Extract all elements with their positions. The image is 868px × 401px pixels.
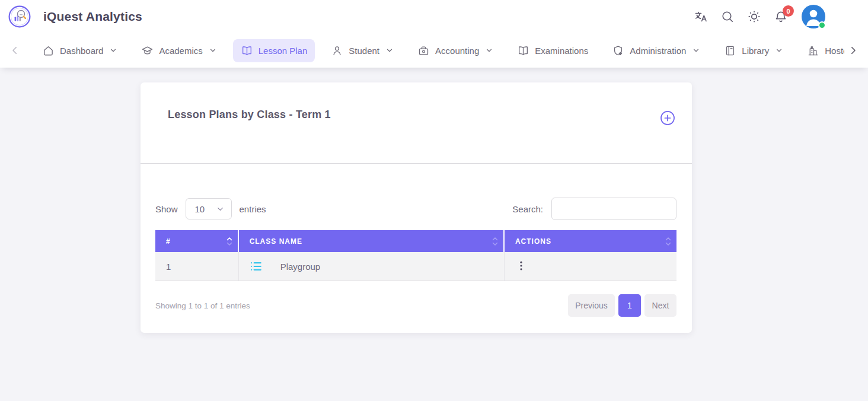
search-icon[interactable] bbox=[720, 9, 735, 24]
nav-item-label: Administration bbox=[630, 46, 686, 56]
nav-item-student[interactable]: Student bbox=[323, 39, 401, 62]
chevron-down-icon bbox=[109, 46, 117, 55]
search-label: Search: bbox=[512, 204, 543, 214]
row-actions-cell bbox=[505, 252, 676, 281]
page-size-value: 10 bbox=[195, 204, 205, 214]
brand: iQuest Analytics bbox=[8, 5, 142, 28]
user-icon bbox=[331, 44, 343, 57]
row-actions-menu-button[interactable] bbox=[515, 259, 527, 273]
content-area: Lesson Plans by Class - Term 1 Show 10 bbox=[0, 68, 868, 401]
card-header: Lesson Plans by Class - Term 1 bbox=[141, 82, 692, 164]
list-icon bbox=[250, 260, 263, 273]
table-info: Showing 1 to 1 of 1 entries bbox=[155, 301, 250, 310]
topbar: iQuest Analytics bbox=[0, 0, 868, 33]
open-book-icon bbox=[517, 44, 529, 57]
row-index-cell: 1 bbox=[155, 252, 239, 281]
pagination-next-button[interactable]: Next bbox=[644, 294, 676, 317]
building-icon bbox=[807, 44, 819, 57]
column-label: # bbox=[166, 237, 171, 246]
chevron-down-icon bbox=[216, 205, 225, 214]
notification-badge: 0 bbox=[783, 5, 794, 17]
table-header-row: # CLASS NAME bbox=[155, 230, 676, 252]
lesson-plans-card: Lesson Plans by Class - Term 1 Show 10 bbox=[141, 82, 692, 333]
chevron-down-icon bbox=[209, 46, 217, 55]
nav-item-examinations[interactable]: Examinations bbox=[509, 39, 596, 62]
nav-item-academics[interactable]: Academics bbox=[133, 39, 224, 62]
sort-icons bbox=[225, 235, 234, 247]
graduation-cap-icon bbox=[141, 44, 154, 57]
column-header-actions[interactable]: ACTIONS bbox=[505, 230, 676, 252]
page-size-select[interactable]: 10 bbox=[186, 198, 232, 219]
card-title: Lesson Plans by Class - Term 1 bbox=[168, 109, 331, 121]
column-label: CLASS NAME bbox=[250, 237, 302, 246]
nav-items: Dashboard Academics Lesson Plan St bbox=[34, 39, 844, 62]
sort-icons bbox=[664, 235, 672, 247]
column-header-index[interactable]: # bbox=[155, 230, 239, 252]
notebook-icon bbox=[724, 44, 736, 57]
nav-scroll-left-button[interactable] bbox=[9, 45, 20, 56]
search-control: Search: bbox=[512, 198, 676, 220]
nav-item-label: Library bbox=[742, 46, 769, 56]
nav-item-administration[interactable]: Administration bbox=[604, 39, 708, 62]
open-book-icon bbox=[241, 44, 253, 57]
home-icon bbox=[42, 44, 55, 57]
table-search-input[interactable] bbox=[551, 198, 676, 220]
nav-item-label: Student bbox=[349, 46, 379, 56]
table-controls: Show 10 entries Search: bbox=[155, 198, 676, 220]
class-name: Playgroup bbox=[280, 262, 321, 272]
cash-register-icon bbox=[417, 44, 430, 57]
bell-icon[interactable]: 0 bbox=[774, 9, 788, 24]
column-header-class-name[interactable]: CLASS NAME bbox=[239, 230, 505, 252]
chevron-down-icon bbox=[385, 46, 394, 55]
sort-icons bbox=[491, 235, 499, 247]
pagination: Previous 1 Next bbox=[568, 294, 676, 317]
main-nav: Dashboard Academics Lesson Plan St bbox=[0, 33, 868, 68]
nav-item-library[interactable]: Library bbox=[716, 39, 791, 62]
page-size-control: Show 10 entries bbox=[155, 198, 266, 219]
app-title: iQuest Analytics bbox=[43, 9, 142, 24]
add-lesson-plan-button[interactable] bbox=[660, 110, 675, 126]
nav-item-dashboard[interactable]: Dashboard bbox=[34, 39, 125, 62]
nav-item-label: Dashboard bbox=[60, 46, 103, 56]
user-avatar[interactable] bbox=[802, 5, 825, 28]
lesson-plans-table: # CLASS NAME bbox=[155, 230, 676, 281]
nav-item-lesson-plan[interactable]: Lesson Plan bbox=[233, 39, 315, 62]
topbar-actions: 0 bbox=[694, 5, 825, 28]
app-logo-icon[interactable] bbox=[8, 5, 31, 28]
table-footer: Showing 1 to 1 of 1 entries Previous 1 N… bbox=[155, 294, 676, 317]
nav-item-label: Hostels bbox=[825, 46, 844, 56]
nav-item-label: Lesson Plan bbox=[259, 46, 308, 56]
light-mode-icon[interactable] bbox=[747, 9, 761, 24]
chevron-down-icon bbox=[692, 46, 700, 55]
pagination-page-1-button[interactable]: 1 bbox=[618, 294, 641, 317]
show-label: Show bbox=[155, 204, 178, 214]
table-row: 1 Playgroup bbox=[155, 252, 676, 281]
language-icon[interactable] bbox=[694, 9, 708, 24]
nav-item-hostels[interactable]: Hostels bbox=[799, 39, 844, 62]
nav-item-label: Examinations bbox=[535, 46, 588, 56]
nav-item-label: Academics bbox=[159, 46, 202, 56]
chevron-down-icon bbox=[485, 46, 493, 55]
column-label: ACTIONS bbox=[515, 237, 551, 246]
nav-scroll-right-button[interactable] bbox=[848, 45, 859, 56]
shield-gear-icon bbox=[612, 44, 624, 57]
row-class-cell: Playgroup bbox=[239, 252, 505, 281]
nav-item-label: Accounting bbox=[435, 46, 479, 56]
pagination-previous-button[interactable]: Previous bbox=[568, 294, 615, 317]
nav-item-accounting[interactable]: Accounting bbox=[410, 39, 501, 62]
card-body: Show 10 entries Search: bbox=[141, 198, 692, 317]
chevron-down-icon bbox=[775, 46, 783, 55]
online-status-dot bbox=[818, 21, 826, 29]
entries-label: entries bbox=[240, 204, 266, 214]
